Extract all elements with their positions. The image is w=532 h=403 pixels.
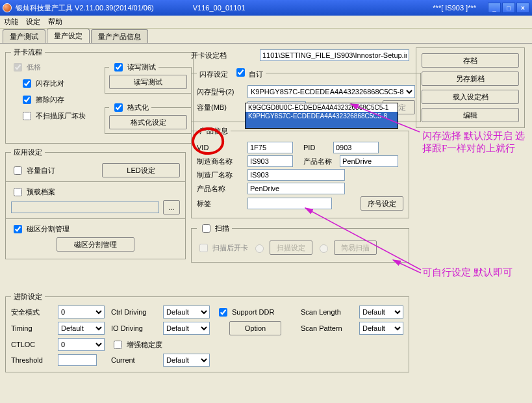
no-scan-bad-checkbox[interactable] (23, 112, 31, 120)
flash-option-0[interactable]: K9GCGD8U0C-ECDEDEA4A432326868C5C5-1 (246, 103, 398, 112)
pid-label: PID (303, 144, 329, 151)
load-button[interactable]: 载入设定档 (422, 90, 519, 104)
work-area: 开卡流程 低格 闪存比对 擦除闪存 不扫描原厂坏块 读写测试 读写测试 格式化 … (0, 43, 532, 403)
product-info-group: 产品信息 VID PID 制造商名称 产品名称 制造厂名称 产品名称 (191, 126, 409, 218)
window-title: 银灿科技量产工具 V2.11.00.39(2014/01/06) (16, 3, 154, 13)
timing-select[interactable]: Default (58, 322, 105, 335)
erase-flash-checkbox[interactable] (23, 96, 31, 104)
scan-radio-2 (320, 244, 328, 253)
scan-after-open-checkbox (199, 244, 208, 252)
sn-settings-button[interactable]: 序号设定 (361, 196, 403, 211)
tab-settings[interactable]: 量产设定 (47, 29, 90, 43)
easy-scan-button: 简易扫描 (334, 240, 377, 255)
window-center-text: V116_00_01101 (154, 4, 433, 12)
scan-radio-1 (255, 244, 264, 253)
window-right-text: ***[ IS903 ]*** (433, 4, 483, 12)
ctloc-label: CTLOC (11, 341, 51, 348)
save-button[interactable]: 存档 (422, 53, 519, 68)
safe-mode-label: 安全模式 (11, 307, 51, 317)
threshold-input[interactable] (58, 354, 97, 366)
scan-length-select[interactable]: Default (359, 306, 403, 318)
scan-pattern-label: Scan Pattern (301, 324, 353, 332)
product-info-legend: 产品信息 (197, 126, 231, 136)
rw-test-checkbox[interactable] (114, 63, 123, 72)
capacity-label: 容量(MB) (197, 103, 244, 112)
capacity-custom-checkbox[interactable] (14, 166, 22, 175)
vid-input[interactable] (247, 142, 293, 153)
ctrl-driving-label: Ctrl Driving (111, 308, 157, 316)
menu-function[interactable]: 功能 (4, 17, 18, 27)
scan-length-label: Scan Length (301, 308, 353, 316)
advanced-legend: 进阶设定 (11, 292, 45, 302)
mfg-name-input[interactable] (247, 169, 345, 181)
vendor-input[interactable] (247, 155, 293, 167)
preset-browse-button[interactable]: ... (163, 200, 180, 214)
gain-stability-checkbox[interactable] (114, 341, 122, 349)
title-bar: 银灿科技量产工具 V2.11.00.39(2014/01/06) V116_00… (0, 0, 532, 16)
flash-custom-checkbox[interactable] (236, 68, 245, 77)
tag-input[interactable] (247, 198, 332, 209)
format-settings-button[interactable]: 格式化设定 (109, 115, 187, 129)
scan-pattern-select[interactable]: Default (359, 322, 403, 335)
app-settings-legend: 应用设定 (11, 148, 45, 157)
tag-label: 标签 (197, 199, 244, 209)
vendor-label: 制造商名称 (197, 157, 244, 166)
current-label: Current (111, 356, 157, 364)
ctloc-select[interactable]: 0 (58, 338, 105, 351)
low-level-checkbox (14, 63, 22, 72)
current-select[interactable]: Default (163, 354, 210, 367)
menu-bar: 功能 设定 帮助 (0, 16, 532, 29)
setting-file-path[interactable] (260, 49, 409, 61)
scan-checkbox[interactable] (202, 224, 210, 233)
io-driving-label: IO Driving (111, 324, 157, 332)
support-ddr-checkbox[interactable] (219, 308, 227, 317)
close-button[interactable]: × (516, 3, 529, 13)
flash-settings-group: 闪存设定 自订 闪存型号(2) K9PHGY8S7C-ECDEDEA4A4323… (191, 66, 421, 122)
product-name-input[interactable] (247, 183, 345, 194)
flash-type-select[interactable]: K9PHGY8S7C-ECDEDEA4A432326868C5C5-8 (247, 85, 415, 98)
rw-test-button[interactable]: 读写测试 (109, 75, 187, 89)
io-driving-select[interactable]: Default (163, 322, 210, 335)
tab-product-info[interactable]: 量产产品信息 (91, 29, 148, 44)
flash-type-label: 闪存型号(2) (197, 87, 244, 97)
minimize-button[interactable]: _ (488, 3, 501, 13)
format-checkbox[interactable] (114, 103, 123, 112)
tab-test[interactable]: 量产测试 (3, 29, 45, 44)
scan-group: 扫描 扫描后开卡 扫描设定 简易扫描 (191, 222, 409, 263)
timing-label: Timing (11, 324, 51, 332)
tab-bar: 量产测试 量产设定 量产产品信息 (0, 29, 532, 43)
option-button[interactable]: Option (229, 321, 281, 335)
product-name-short-input[interactable] (340, 155, 398, 167)
led-settings-button[interactable]: LED设定 (102, 163, 180, 177)
open-card-flow-group: 开卡流程 低格 闪存比对 擦除闪存 不扫描原厂坏块 读写测试 读写测试 格式化 … (5, 47, 194, 144)
preset-file-checkbox[interactable] (14, 188, 22, 196)
product-name-short-label: 产品名称 (303, 157, 336, 166)
flash-option-1[interactable]: K9PHGY8S7C-ECDEDEA4A432326868C5C5-8 (246, 112, 398, 120)
edit-button[interactable]: 编辑 (422, 108, 519, 122)
app-settings-group: 应用设定 容量自订 LED设定 预载档案 ... 磁区分割管理 磁区分割管理 (5, 148, 186, 259)
file-buttons-group: 存档 另存新档 载入设定档 编辑 (416, 47, 525, 128)
pid-input[interactable] (333, 142, 379, 153)
threshold-label: Threshold (11, 356, 51, 364)
zone-manage-button[interactable]: 磁区分割管理 (57, 237, 134, 252)
menu-help[interactable]: 帮助 (48, 17, 62, 27)
scan-settings-button: 扫描设定 (270, 240, 312, 255)
product-name-label: 产品名称 (197, 184, 244, 194)
flash-settings-legend: 闪存设定 自订 (197, 66, 266, 79)
app-icon (3, 3, 12, 12)
open-card-flow-legend: 开卡流程 (11, 47, 45, 57)
preset-file-path (11, 202, 159, 213)
menu-settings[interactable]: 设定 (26, 17, 40, 27)
advanced-group: 进阶设定 安全模式 0 Ctrl Driving Default Support… (5, 292, 409, 372)
ctrl-driving-select[interactable]: Default (163, 306, 210, 318)
zone-manage-checkbox[interactable] (14, 225, 22, 233)
maximize-button[interactable]: □ (502, 3, 515, 13)
safe-mode-select[interactable]: 0 (58, 306, 105, 318)
save-as-button[interactable]: 另存新档 (422, 72, 519, 86)
vid-label: VID (197, 144, 244, 151)
mfg-name-label: 制造厂名称 (197, 170, 244, 180)
flash-compare-checkbox[interactable] (23, 79, 31, 88)
flash-type-dropdown-list[interactable]: K9GCGD8U0C-ECDEDEA4A432326868C5C5-1 K9PH… (245, 103, 398, 129)
setting-file-label: 开卡设定档 (191, 51, 256, 60)
